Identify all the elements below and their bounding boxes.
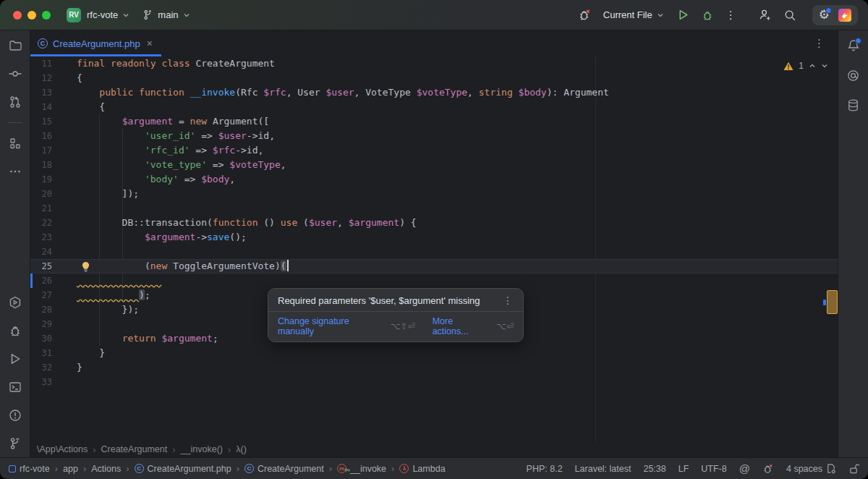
change-signature-link[interactable]: Change signature manually — [278, 316, 383, 336]
code-line-26[interactable]: 26 — [30, 274, 838, 288]
file-encoding[interactable]: UTF-8 — [701, 464, 726, 474]
debug-listen-icon[interactable] — [762, 463, 774, 475]
line-separator[interactable]: LF — [678, 464, 689, 474]
debug-button[interactable] — [701, 9, 714, 22]
status-breadcrumb-item[interactable]: CCreateArgument — [244, 464, 324, 474]
unlocked-icon[interactable] — [848, 463, 859, 475]
code-line-14[interactable]: 14 { — [30, 100, 838, 114]
zoom-window-button[interactable] — [42, 11, 51, 20]
line-number[interactable]: 31 — [30, 346, 77, 360]
services-tool-icon[interactable] — [7, 294, 23, 310]
status-breadcrumb-item[interactable]: CCreateArgument.php — [135, 464, 231, 474]
status-breadcrumb-item[interactable]: m__invoke — [337, 464, 386, 474]
settings-icon[interactable]: ⚙ — [819, 9, 830, 21]
previous-problem-icon[interactable] — [809, 62, 816, 69]
code-line-16[interactable]: 16 'user_id' => $user->id, — [30, 129, 838, 143]
tab-createargument[interactable]: C CreateArgument.php × — [30, 30, 161, 56]
code-line-33[interactable]: 33 — [30, 375, 838, 389]
code-line-17[interactable]: 17 'rfc_id' => $rfc->id, — [30, 143, 838, 158]
debug-tool-icon[interactable] — [7, 323, 23, 339]
line-number[interactable]: 25 — [30, 259, 77, 274]
version-control-tool-icon[interactable] — [7, 436, 23, 452]
line-number[interactable]: 11 — [30, 56, 77, 71]
database-icon[interactable] — [846, 97, 861, 113]
status-breadcrumb-item[interactable]: λLambda — [399, 464, 445, 474]
code-line-23[interactable]: 23 $argument->save(); — [30, 230, 838, 245]
line-number[interactable]: 14 — [30, 100, 77, 114]
code-line-24[interactable]: 24 — [30, 245, 838, 259]
tooltip-options-icon[interactable]: ⋮ — [500, 294, 516, 306]
more-actions-icon[interactable]: ⋮ — [726, 9, 736, 20]
next-problem-icon[interactable] — [821, 62, 828, 69]
line-number[interactable]: 32 — [30, 360, 77, 375]
laravel-version[interactable]: Laravel: latest — [575, 464, 631, 474]
code-editor[interactable]: 11final readonly class CreateArgument12{… — [30, 56, 838, 441]
code-line-25[interactable]: 25 (new ToggleArgumentVote)( — [30, 259, 838, 274]
line-number[interactable]: 24 — [30, 245, 77, 259]
pull-requests-tool-icon[interactable] — [7, 94, 23, 110]
caret-position[interactable]: 25:38 — [643, 464, 665, 474]
search-everywhere-icon[interactable] — [783, 9, 796, 22]
php-version[interactable]: PHP: 8.2 — [527, 464, 563, 474]
line-number[interactable]: 28 — [30, 302, 77, 317]
line-number[interactable]: 27 — [30, 288, 77, 302]
line-number[interactable]: 13 — [30, 85, 77, 100]
run-tool-icon[interactable] — [7, 351, 23, 367]
line-number[interactable]: 18 — [30, 158, 77, 172]
line-number[interactable]: 26 — [30, 274, 77, 288]
line-number[interactable]: 30 — [30, 331, 77, 346]
more-actions-link[interactable]: More actions... — [433, 316, 489, 336]
line-number[interactable]: 16 — [30, 129, 77, 143]
line-number[interactable]: 19 — [30, 172, 77, 187]
code-line-19[interactable]: 19 'body' => $body, — [30, 172, 838, 187]
line-number[interactable]: 20 — [30, 187, 77, 201]
debug-listener-icon[interactable] — [578, 8, 592, 22]
code-line-22[interactable]: 22 DB::transaction(function () use ($use… — [30, 216, 838, 230]
line-number[interactable]: 21 — [30, 201, 77, 216]
breadcrumb-item[interactable]: λ() — [236, 444, 247, 454]
minimize-window-button[interactable] — [27, 11, 36, 20]
code-line-20[interactable]: 20 ]); — [30, 187, 838, 201]
structure-tool-icon[interactable] — [7, 135, 23, 151]
status-breadcrumb-item[interactable]: rfc-vote — [9, 464, 50, 474]
line-number[interactable]: 29 — [30, 317, 77, 331]
close-tab-icon[interactable]: × — [147, 38, 153, 49]
line-number[interactable]: 33 — [30, 375, 77, 389]
inspection-widget[interactable]: 1 — [783, 61, 828, 71]
scrollbar-warning-mark[interactable] — [827, 290, 838, 314]
code-line-15[interactable]: 15 $argument = new Argument([ — [30, 114, 838, 129]
code-line-13[interactable]: 13 public function __invoke(Rfc $rfc, Us… — [30, 85, 838, 100]
notifications-icon[interactable] — [846, 38, 861, 54]
terminal-tool-icon[interactable] — [7, 379, 23, 395]
indent-size[interactable]: 4 spaces — [786, 464, 822, 474]
code-with-me-icon[interactable] — [758, 8, 772, 22]
more-tool-windows-icon[interactable] — [7, 164, 23, 179]
close-window-button[interactable] — [13, 11, 22, 20]
tab-options-icon[interactable]: ⋮ — [814, 37, 825, 50]
line-number[interactable]: 23 — [30, 230, 77, 245]
run-button[interactable] — [677, 9, 689, 21]
line-number[interactable]: 12 — [30, 71, 77, 85]
breadcrumb-item[interactable]: CreateArgument — [101, 444, 168, 454]
project-widget[interactable]: rfc-vote — [87, 9, 129, 20]
code-line-12[interactable]: 12{ — [30, 71, 838, 85]
line-number[interactable]: 22 — [30, 216, 77, 230]
indent-settings-icon[interactable] — [825, 463, 836, 474]
code-line-11[interactable]: 11final readonly class CreateArgument — [30, 56, 838, 71]
project-tool-icon[interactable] — [7, 38, 23, 54]
at-icon[interactable]: @ — [739, 463, 750, 474]
breadcrumb-item[interactable]: \App\Actions — [37, 444, 88, 454]
plugin-logo-icon[interactable] — [838, 9, 851, 22]
breadcrumb-item[interactable]: __invoke() — [181, 444, 223, 454]
line-number[interactable]: 15 — [30, 114, 77, 129]
code-line-18[interactable]: 18 'vote_type' => $voteType, — [30, 158, 838, 172]
status-breadcrumb-item[interactable]: Actions — [91, 464, 121, 474]
line-number[interactable]: 17 — [30, 143, 77, 158]
status-breadcrumb-item[interactable]: app — [63, 464, 78, 474]
code-line-21[interactable]: 21 — [30, 201, 838, 216]
branch-widget[interactable]: main — [142, 9, 190, 20]
code-line-31[interactable]: 31 } — [30, 346, 838, 360]
code-line-32[interactable]: 32} — [30, 360, 838, 375]
at-spiral-icon[interactable] — [846, 67, 861, 83]
run-configuration-selector[interactable]: Current File — [603, 9, 664, 20]
